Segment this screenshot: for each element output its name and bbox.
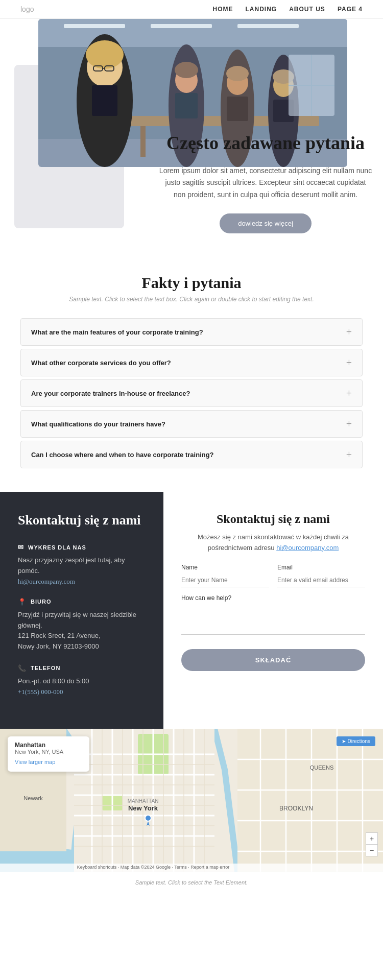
footer: Sample text. Click to select the Text El…: [0, 872, 383, 893]
faq-item[interactable]: Are your corporate trainers in-house or …: [20, 379, 363, 407]
svg-text:New York: New York: [128, 804, 158, 812]
navigation: logo HOME LANDING ABOUT US PAGE 4: [0, 0, 383, 19]
faq-item[interactable]: What other corporate services do you off…: [20, 349, 363, 376]
faq-expand-icon-2: +: [346, 357, 352, 368]
map-zoom-controls: + −: [366, 832, 378, 856]
contact-email-text: Nasz przyjazny zespół jest tutaj, aby po…: [18, 555, 146, 577]
map-section: Newark New York MANHATTAN BROOKLYN QUEEN…: [0, 729, 383, 872]
svg-rect-4: [237, 24, 299, 28]
contact-phone-label: 📞 TELEFON: [18, 664, 146, 672]
faq-title: Fakty i pytania: [20, 274, 363, 292]
faq-question-2: What other corporate services do you off…: [31, 359, 171, 367]
faq-item[interactable]: Can I choose where and when to have corp…: [20, 441, 363, 468]
hero-button[interactable]: dowiedz się więcej: [220, 213, 312, 233]
faq-item[interactable]: What are the main features of your corpo…: [20, 318, 363, 346]
faq-question-3: Are your corporate trainers in-house or …: [31, 390, 190, 397]
map-popup: Manhattan New York, NY, USA View larger …: [8, 736, 89, 772]
contact-left-title: Skontaktuj się z nami: [18, 512, 146, 528]
hero-description: Lorem ipsum dolor sit amet, consectetur …: [158, 165, 373, 201]
contact-phone-block: 📞 TELEFON Pon.-pt. od 8:00 do 5:00 +1(55…: [18, 664, 146, 696]
faq-section: Fakty i pytania Sample text. Click to se…: [0, 244, 383, 492]
contact-office-block: 📍 BIURO Przyjdź i przywitaj się w naszej…: [18, 598, 146, 652]
contact-form-title: Skontaktuj się z nami: [181, 512, 365, 526]
svg-text:Newark: Newark: [23, 795, 43, 801]
faq-list: What are the main features of your corpo…: [20, 318, 363, 468]
form-name-group: Name: [181, 564, 269, 587]
email-label: Email: [277, 564, 365, 571]
form-name-email-row: Name Email: [181, 564, 365, 587]
svg-rect-7: [140, 126, 146, 157]
map-background: Newark New York MANHATTAN BROOKLYN QUEEN…: [0, 729, 383, 872]
contact-email-block: ✉ WYKRES DLA NAS Nasz przyjazny zespół j…: [18, 543, 146, 586]
nav-about[interactable]: ABOUT US: [289, 6, 325, 13]
svg-text:QUEENS: QUEENS: [310, 764, 333, 771]
name-input[interactable]: [181, 573, 269, 587]
contact-info-panel: Skontaktuj się z nami ✉ WYKRES DLA NAS N…: [0, 492, 163, 729]
contact-office-label: 📍 BIURO: [18, 598, 146, 606]
faq-expand-icon-4: +: [346, 419, 352, 429]
svg-rect-24: [92, 85, 117, 116]
map-zoom-out[interactable]: −: [366, 845, 377, 856]
faq-question-5: Can I choose where and when to have corp…: [31, 451, 214, 459]
contact-form-email-link[interactable]: hi@ourcompany.com: [276, 544, 339, 552]
nav-links: HOME LANDING ABOUT US PAGE 4: [213, 6, 363, 13]
map-zoom-in[interactable]: +: [366, 833, 377, 844]
map-directions-button[interactable]: ➤ Directions: [337, 736, 375, 746]
contact-phone-text: Pon.-pt. od 8:00 do 5:00: [18, 676, 146, 687]
map-view-larger[interactable]: View larger map: [15, 759, 82, 765]
contact-section: Skontaktuj się z nami ✉ WYKRES DLA NAS N…: [0, 492, 383, 729]
help-label: How can we help?: [181, 594, 365, 602]
name-label: Name: [181, 564, 269, 571]
nav-home[interactable]: HOME: [213, 6, 233, 13]
svg-rect-3: [151, 24, 212, 28]
contact-phone-link[interactable]: +1(555) 000-000: [18, 688, 63, 696]
contact-office-text: Przyjdź i przywitaj się w naszej siedzib…: [18, 610, 146, 652]
svg-point-73: [145, 815, 151, 821]
svg-text:Keyboard shortcuts  ·  Map dat: Keyboard shortcuts · Map data ©2024 Goog…: [77, 865, 230, 870]
email-input[interactable]: [277, 573, 365, 587]
hero-content: Często zadawane pytania Lorem ipsum dolo…: [148, 132, 383, 233]
svg-rect-25: [175, 93, 198, 118]
directions-icon: ➤: [342, 738, 346, 744]
faq-question-1: What are the main features of your corpo…: [31, 328, 203, 336]
faq-subtitle: Sample text. Click to select the text bo…: [20, 296, 363, 303]
contact-form-panel: Skontaktuj się z nami Możesz się z nami …: [163, 492, 383, 729]
svg-rect-58: [237, 729, 383, 872]
hero-section: Często zadawane pytania Lorem ipsum dolo…: [0, 19, 383, 233]
location-icon: 📍: [18, 598, 27, 606]
faq-expand-icon-1: +: [346, 327, 352, 337]
logo: logo: [20, 5, 34, 13]
faq-expand-icon-3: +: [346, 388, 352, 398]
email-icon: ✉: [18, 543, 24, 551]
map-location-title: Manhattan: [15, 742, 82, 749]
svg-rect-1: [38, 19, 347, 50]
contact-form-desc: Możesz się z nami skontaktować w każdej …: [181, 532, 365, 554]
form-email-group: Email: [277, 564, 365, 587]
svg-text:BROOKLYN: BROOKLYN: [279, 805, 313, 812]
footer-sample-text: Sample text. Click to select the Text El…: [135, 879, 248, 886]
contact-email-label: ✉ WYKRES DLA NAS: [18, 543, 146, 551]
submit-button[interactable]: SKŁADAĆ: [181, 649, 365, 671]
directions-label: Directions: [348, 738, 370, 744]
svg-rect-2: [64, 24, 125, 28]
svg-rect-26: [227, 97, 248, 121]
nav-landing[interactable]: LANDING: [246, 6, 277, 13]
faq-question-4: What qualifications do your trainers hav…: [31, 420, 165, 428]
faq-item[interactable]: What qualifications do your trainers hav…: [20, 410, 363, 438]
map-location-subtitle: New York, NY, USA: [15, 749, 82, 755]
svg-point-17: [175, 62, 198, 78]
hero-title: Często zadawane pytania: [158, 132, 373, 154]
svg-point-20: [226, 66, 249, 81]
contact-email-link[interactable]: hi@ourcompany.com: [18, 578, 75, 585]
svg-text:MANHATTAN: MANHATTAN: [128, 798, 159, 804]
nav-page4[interactable]: PAGE 4: [338, 6, 363, 13]
help-textarea[interactable]: [181, 604, 365, 635]
faq-expand-icon-5: +: [346, 449, 352, 460]
svg-point-11: [86, 40, 124, 69]
phone-icon: 📞: [18, 664, 27, 672]
